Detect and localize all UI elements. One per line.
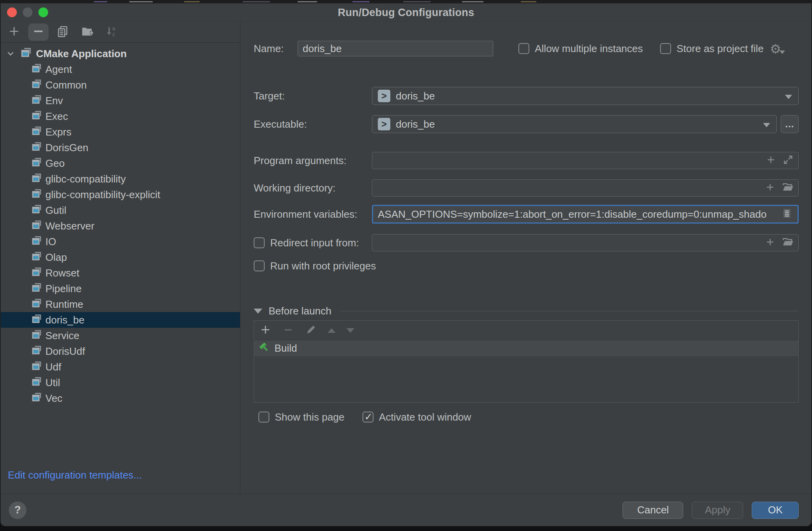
redirect-input-label: Redirect input from: — [270, 237, 359, 249]
before-launch-label: Before launch — [269, 305, 331, 317]
build-hammer-icon — [258, 341, 270, 356]
working-directory-field[interactable] — [372, 179, 799, 197]
tree-item[interactable]: Vec — [1, 390, 240, 406]
before-launch-task[interactable]: Build — [254, 340, 798, 357]
tree-item[interactable]: Rowset — [1, 265, 240, 281]
executable-dropdown[interactable]: > doris_be — [372, 115, 777, 133]
tree-item[interactable]: Webserver — [1, 218, 240, 234]
environment-variables-input[interactable] — [378, 208, 775, 220]
tree-item[interactable]: Gutil — [1, 202, 240, 218]
add-task-icon[interactable] — [260, 324, 271, 337]
tree-item[interactable]: Service — [1, 328, 240, 343]
help-button[interactable]: ? — [9, 501, 27, 519]
before-launch-header[interactable]: Before launch — [254, 305, 799, 316]
cancel-button[interactable]: Cancel — [623, 502, 683, 519]
tree-item[interactable]: doris_be — [1, 312, 240, 328]
close-window-button[interactable] — [7, 7, 17, 17]
dialog-title: Run/Debug Configurations — [338, 7, 474, 19]
browse-folder-icon[interactable] — [782, 236, 794, 249]
tree-item-label: Runtime — [45, 298, 83, 311]
insert-macro-icon[interactable] — [765, 154, 776, 167]
executable-icon: > — [378, 118, 390, 130]
tree-item[interactable]: Geo — [1, 155, 240, 171]
tree-item[interactable]: Exprs — [1, 124, 240, 140]
apply-button[interactable]: Apply — [692, 502, 743, 519]
collapse-triangle-icon[interactable] — [254, 309, 262, 314]
move-up-icon[interactable] — [328, 328, 336, 333]
remove-configuration-button[interactable] — [28, 23, 49, 41]
run-configuration-icon — [31, 266, 42, 280]
chevron-down-icon[interactable] — [4, 49, 17, 59]
environment-variables-label: Environment variables: — [254, 208, 372, 220]
store-as-project-file-checkbox[interactable] — [660, 43, 671, 54]
expand-field-icon[interactable] — [783, 154, 794, 167]
tree-item[interactable]: glibc-compatibility — [1, 171, 240, 187]
tree-item-label: Gutil — [45, 204, 66, 217]
store-as-project-file-label: Store as project file — [677, 43, 764, 55]
tree-item-label: Geo — [45, 157, 65, 170]
environment-variables-field[interactable] — [372, 205, 799, 224]
tree-item[interactable]: DorisUdf — [1, 343, 240, 359]
gear-icon[interactable]: ⚙ — [770, 43, 781, 55]
tree-item[interactable]: Olap — [1, 249, 240, 265]
new-folder-button[interactable] — [77, 23, 97, 41]
page-options-row: Show this page Activate tool window — [254, 410, 799, 424]
configurations-tree: CMake Application Agent Common — [1, 43, 240, 469]
screen: Run/Debug Configurations — [0, 0, 812, 531]
tree-item-label: Agent — [45, 63, 72, 76]
traffic-lights — [7, 7, 48, 17]
tree-item[interactable]: Runtime — [1, 296, 240, 312]
add-configuration-button[interactable] — [4, 23, 24, 41]
name-input[interactable] — [303, 43, 488, 55]
insert-macro-icon[interactable] — [765, 237, 776, 249]
sort-alphabetically-button[interactable]: a z — [101, 23, 121, 41]
tree-item[interactable]: Pipeline — [1, 281, 240, 296]
before-launch-task-list: Build — [254, 340, 798, 357]
background-speck — [243, 1, 270, 2]
background-speck — [521, 1, 536, 2]
edit-variables-icon[interactable] — [781, 208, 793, 221]
tree-item[interactable]: Udf — [1, 359, 240, 375]
redirect-input-checkbox[interactable] — [254, 237, 265, 248]
tree-item[interactable]: Util — [1, 375, 240, 390]
ok-button[interactable]: OK — [752, 502, 799, 519]
configurations-sidebar: a z — [1, 22, 240, 494]
field-icons — [765, 154, 794, 167]
tree-item[interactable]: Exec — [1, 108, 240, 124]
tree-item-label: Exec — [45, 110, 68, 123]
tree-item[interactable]: IO — [1, 234, 240, 249]
remove-task-icon[interactable] — [282, 324, 294, 337]
copy-configuration-button[interactable] — [52, 23, 73, 41]
tree-item[interactable]: Env — [1, 93, 240, 108]
minimize-window-button[interactable] — [23, 7, 32, 17]
zoom-window-button[interactable] — [38, 7, 48, 17]
working-directory-input[interactable] — [377, 182, 758, 194]
config-tree-children: Agent Common Env Exec — [1, 61, 240, 406]
target-dropdown[interactable]: > doris_be — [372, 87, 799, 105]
browse-executable-button[interactable]: ... — [781, 115, 799, 133]
show-this-page-checkbox[interactable] — [258, 412, 269, 423]
insert-macro-icon[interactable] — [765, 182, 776, 194]
background-speck — [462, 1, 484, 2]
sort-alphabetically-icon: a z — [105, 25, 117, 39]
run-configuration-icon — [31, 62, 42, 77]
browse-folder-icon[interactable] — [782, 181, 794, 195]
tree-root-cmake-application[interactable]: CMake Application — [1, 46, 240, 61]
tree-item[interactable]: DorisGen — [1, 140, 240, 155]
tree-item[interactable]: Common — [1, 77, 240, 93]
tree-item[interactable]: glibc-compatibility-explicit — [1, 187, 240, 202]
activate-tool-window-checkbox[interactable] — [363, 412, 374, 423]
program-arguments-input[interactable] — [377, 155, 759, 167]
allow-multiple-instances-checkbox[interactable] — [518, 43, 529, 54]
edit-configuration-templates-link[interactable]: Edit configuration templates... — [1, 469, 240, 494]
redirect-input-input[interactable] — [377, 237, 758, 249]
program-arguments-field[interactable] — [372, 152, 799, 169]
edit-task-icon[interactable] — [305, 324, 317, 337]
redirect-input-field[interactable] — [372, 234, 799, 251]
move-down-icon[interactable] — [346, 328, 354, 333]
tree-item-label: glibc-compatibility-explicit — [45, 189, 160, 201]
tree-item[interactable]: Agent — [1, 61, 240, 77]
run-root-privileges-checkbox[interactable] — [254, 260, 265, 271]
dialog-footer: ? Cancel Apply OK — [1, 494, 811, 526]
field-icons — [765, 236, 794, 249]
